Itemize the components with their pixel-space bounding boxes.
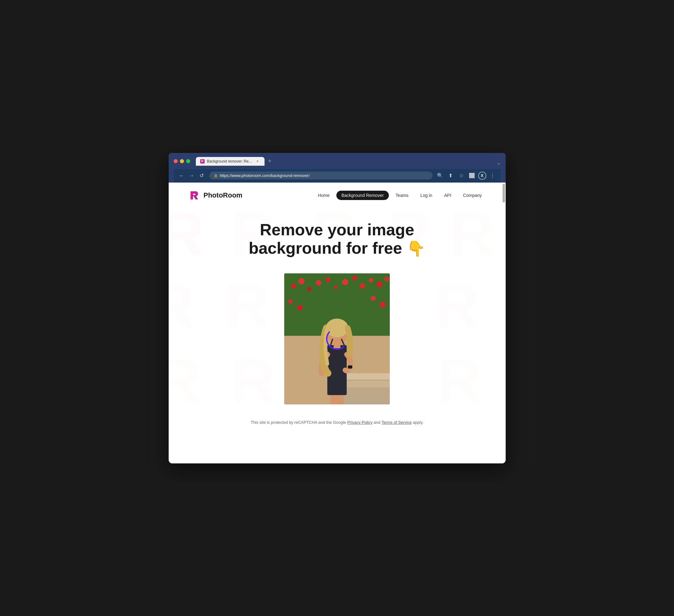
close-traffic-light[interactable] bbox=[174, 159, 178, 163]
nav-company[interactable]: Company bbox=[458, 191, 487, 200]
scrollbar-track bbox=[502, 182, 505, 463]
profile-button[interactable]: X bbox=[478, 172, 486, 180]
menu-button[interactable]: ⋮ bbox=[488, 171, 497, 180]
website-content: R R R R R R R R R R R bbox=[168, 182, 505, 463]
nav-home[interactable]: Home bbox=[313, 191, 335, 200]
and-text: and bbox=[373, 420, 380, 425]
tab-favicon: R bbox=[200, 159, 205, 163]
bookmark-button[interactable]: ☆ bbox=[457, 171, 466, 180]
hero-section: Remove your image background for free 👇 bbox=[168, 208, 505, 268]
split-view-button[interactable]: ⬜ bbox=[467, 171, 476, 180]
title-bar: R Background remover: Remove × + ⌄ ← → ↺… bbox=[168, 153, 505, 182]
address-input[interactable]: 🔒 https://www.photoroom.com/background-r… bbox=[209, 172, 433, 179]
scrollbar-thumb[interactable] bbox=[502, 184, 505, 202]
nav-buttons: ← → ↺ bbox=[178, 171, 206, 180]
nav-api[interactable]: API bbox=[439, 191, 456, 200]
hero-title-line1: Remove your image bbox=[260, 220, 414, 239]
tab-close-button[interactable]: × bbox=[255, 159, 260, 164]
minimize-traffic-light[interactable] bbox=[180, 159, 184, 163]
forward-button[interactable]: → bbox=[188, 171, 196, 180]
fullscreen-traffic-light[interactable] bbox=[186, 159, 190, 163]
browser-actions: 🔍 ⬆ ☆ ⬜ X ⋮ bbox=[436, 171, 497, 180]
logo-text: PhotoRoom bbox=[204, 191, 243, 199]
image-area bbox=[168, 267, 505, 411]
address-bar: ← → ↺ 🔒 https://www.photoroom.com/backgr… bbox=[174, 169, 501, 182]
tab-chevron[interactable]: ⌄ bbox=[496, 160, 501, 166]
nav-links: Home Background Remover Teams Log in API… bbox=[313, 191, 487, 200]
hero-title: Remove your image background for free 👇 bbox=[228, 220, 446, 258]
site-nav: PhotoRoom Home Background Remover Teams … bbox=[168, 182, 505, 208]
hero-emoji: 👇 bbox=[407, 240, 425, 257]
logo-icon bbox=[188, 189, 201, 202]
logo-area: PhotoRoom bbox=[188, 189, 243, 202]
back-button[interactable]: ← bbox=[178, 171, 186, 180]
url-text: https://www.photoroom.com/background-rem… bbox=[220, 173, 310, 178]
apply-text: apply. bbox=[413, 420, 424, 425]
new-tab-button[interactable]: + bbox=[266, 157, 274, 166]
privacy-policy-link[interactable]: Privacy Policy bbox=[347, 420, 372, 425]
hero-title-line2: background for free bbox=[249, 239, 402, 257]
nav-background-remover[interactable]: Background Remover bbox=[336, 191, 388, 200]
nav-teams[interactable]: Teams bbox=[391, 191, 414, 200]
search-button[interactable]: 🔍 bbox=[436, 171, 444, 180]
share-button[interactable]: ⬆ bbox=[446, 171, 455, 180]
active-tab[interactable]: R Background remover: Remove × bbox=[196, 157, 264, 166]
traffic-lights bbox=[174, 159, 190, 163]
photo-container[interactable] bbox=[284, 273, 390, 405]
browser-window: R Background remover: Remove × + ⌄ ← → ↺… bbox=[168, 153, 505, 463]
reload-button[interactable]: ↺ bbox=[197, 171, 206, 180]
terms-of-service-link[interactable]: Terms of Service bbox=[381, 420, 412, 425]
tab-title: Background remover: Remove bbox=[207, 159, 253, 163]
footer-note: This site is protected by reCAPTCHA and … bbox=[168, 411, 505, 434]
loading-spinner-overlay bbox=[284, 273, 390, 405]
tabs-row: R Background remover: Remove × + ⌄ bbox=[196, 157, 501, 166]
recaptcha-text: This site is protected by reCAPTCHA and … bbox=[250, 420, 346, 425]
nav-login[interactable]: Log in bbox=[415, 191, 437, 200]
loading-spinner bbox=[326, 328, 348, 350]
lock-icon: 🔒 bbox=[214, 173, 218, 178]
